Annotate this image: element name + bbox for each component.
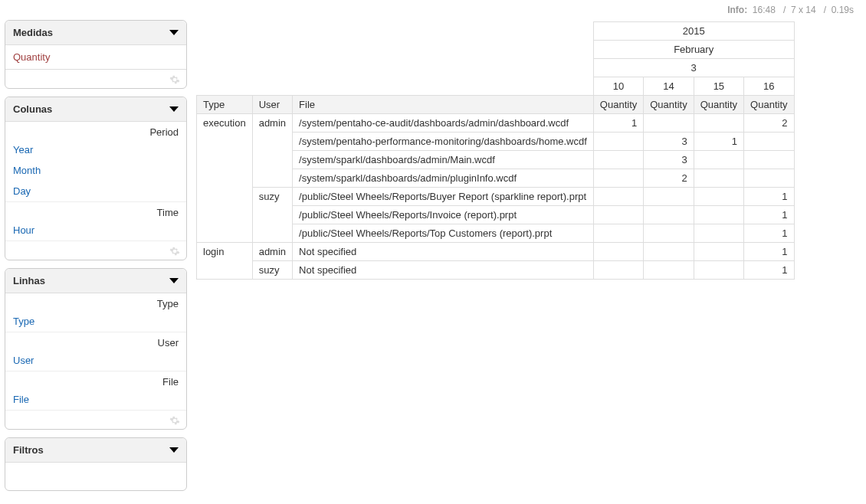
rows-panel: Linhas TypeTypeUserUserFileFile xyxy=(5,268,187,430)
col-hour[interactable]: 15 xyxy=(694,77,743,96)
col-measure: Quantity xyxy=(694,96,743,114)
filters-header[interactable]: Filtros xyxy=(5,438,186,463)
columns-title: Colunas xyxy=(13,103,52,115)
columns-item-day[interactable]: Day xyxy=(5,181,186,201)
measures-title: Medidas xyxy=(13,27,53,38)
chevron-down-icon xyxy=(169,278,179,283)
sidebar: Medidas Quantity Colunas PeriodYearMonth… xyxy=(5,20,187,491)
row-header-user[interactable]: User xyxy=(252,96,292,114)
cell-value xyxy=(694,151,743,169)
columns-item-year[interactable]: Year xyxy=(5,139,186,160)
chevron-down-icon xyxy=(169,30,179,35)
cell-value xyxy=(593,224,643,243)
cell-file[interactable]: /system/pentaho-performance-monitoring/d… xyxy=(293,133,594,151)
columns-item-hour[interactable]: Hour xyxy=(5,220,186,241)
cell-value: 1 xyxy=(744,206,794,224)
cell-value xyxy=(694,224,743,243)
cell-value xyxy=(694,169,743,188)
col-measure: Quantity xyxy=(593,96,643,114)
cell-file[interactable]: /system/sparkl/dashboards/admin/pluginIn… xyxy=(293,169,594,188)
info-bar: Info: 16:48 / 7 x 14 / 0.19s xyxy=(5,5,861,20)
cell-user[interactable]: admin xyxy=(252,114,292,188)
row-header-file[interactable]: File xyxy=(293,96,594,114)
cell-value xyxy=(593,206,643,224)
cell-value xyxy=(593,188,643,206)
chevron-down-icon xyxy=(169,106,179,112)
cell-file[interactable]: /system/pentaho-ce-audit/dashboards/admi… xyxy=(293,114,594,133)
col-year[interactable]: 2015 xyxy=(593,22,794,41)
gear-icon[interactable] xyxy=(169,74,180,85)
col-day[interactable]: 3 xyxy=(593,59,794,77)
cell-file[interactable]: Not specified xyxy=(293,243,594,261)
cell-file[interactable]: /public/Steel Wheels/Reports/Buyer Repor… xyxy=(293,188,594,206)
cell-type[interactable]: execution xyxy=(197,114,253,243)
columns-header[interactable]: Colunas xyxy=(5,97,186,122)
cell-value xyxy=(644,261,694,280)
rows-item-type[interactable]: Type xyxy=(5,311,186,332)
col-measure: Quantity xyxy=(744,96,794,114)
measures-header[interactable]: Medidas xyxy=(5,21,186,45)
cell-value: 1 xyxy=(593,114,643,133)
info-label: Info: xyxy=(727,5,747,15)
col-measure: Quantity xyxy=(644,96,694,114)
cell-value xyxy=(644,188,694,206)
info-dims: 7 x 14 xyxy=(791,5,816,15)
cell-value xyxy=(593,133,643,151)
gear-icon[interactable] xyxy=(169,246,180,257)
cell-value xyxy=(694,206,743,224)
pivot-area: 2015February310141516TypeUserFileQuantit… xyxy=(196,20,795,280)
cell-value xyxy=(694,188,743,206)
cell-value xyxy=(593,151,643,169)
rows-item-file[interactable]: File xyxy=(5,389,186,410)
measure-item-quantity[interactable]: Quantity xyxy=(5,45,186,70)
cell-value xyxy=(694,243,743,261)
columns-group-label: Time xyxy=(5,202,186,220)
cell-value xyxy=(744,151,794,169)
table-row: suzyNot specified1 xyxy=(197,261,795,280)
cell-value xyxy=(744,133,794,151)
rows-item-user[interactable]: User xyxy=(5,350,186,371)
filters-title: Filtros xyxy=(13,444,44,456)
rows-group-label: User xyxy=(5,332,186,350)
cell-value xyxy=(593,261,643,280)
columns-group-label: Period xyxy=(5,122,186,139)
cell-value xyxy=(644,206,694,224)
col-hour[interactable]: 10 xyxy=(593,77,643,96)
table-row: executionadmin/system/pentaho-ce-audit/d… xyxy=(197,114,795,133)
cell-value xyxy=(644,243,694,261)
cell-value xyxy=(644,224,694,243)
cell-file[interactable]: Not specified xyxy=(293,261,594,280)
cell-file[interactable]: /public/Steel Wheels/Reports/Invoice (re… xyxy=(293,206,594,224)
table-row: loginadminNot specified1 xyxy=(197,243,795,261)
cell-value: 1 xyxy=(744,261,794,280)
cell-file[interactable]: /public/Steel Wheels/Reports/Top Custome… xyxy=(293,224,594,243)
cell-value xyxy=(593,169,643,188)
chevron-down-icon xyxy=(169,447,179,453)
pivot-table: 2015February310141516TypeUserFileQuantit… xyxy=(196,21,795,280)
measures-panel: Medidas Quantity xyxy=(5,20,187,89)
cell-user[interactable]: suzy xyxy=(252,261,292,280)
cell-value: 2 xyxy=(644,169,694,188)
gear-icon[interactable] xyxy=(169,415,180,426)
info-time: 16:48 xyxy=(753,5,776,15)
cell-user[interactable]: suzy xyxy=(252,188,292,243)
cell-value: 3 xyxy=(644,133,694,151)
col-hour[interactable]: 16 xyxy=(744,77,794,96)
cell-value xyxy=(694,261,743,280)
cell-type[interactable]: login xyxy=(197,243,253,280)
col-month[interactable]: February xyxy=(593,41,794,59)
rows-header[interactable]: Linhas xyxy=(5,269,186,293)
cell-value xyxy=(744,169,794,188)
col-hour[interactable]: 14 xyxy=(644,77,694,96)
columns-item-month[interactable]: Month xyxy=(5,160,186,181)
rows-title: Linhas xyxy=(13,275,45,286)
cell-value xyxy=(644,114,694,133)
cell-user[interactable]: admin xyxy=(252,243,292,261)
cell-value: 1 xyxy=(744,188,794,206)
cell-value: 2 xyxy=(744,114,794,133)
cell-value: 3 xyxy=(644,151,694,169)
row-header-type[interactable]: Type xyxy=(197,96,253,114)
cell-value: 1 xyxy=(744,224,794,243)
rows-group-label: File xyxy=(5,371,186,389)
cell-file[interactable]: /system/sparkl/dashboards/admin/Main.wcd… xyxy=(293,151,594,169)
